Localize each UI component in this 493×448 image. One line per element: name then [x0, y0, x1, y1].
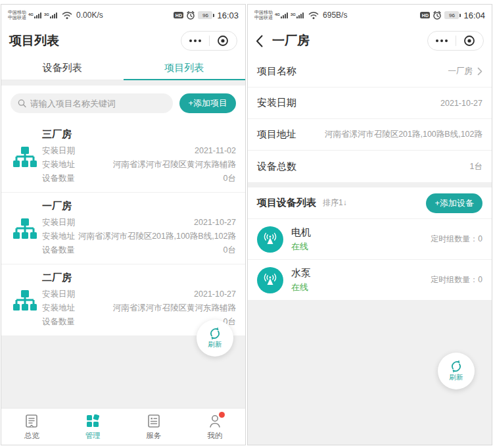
timer-group-count: 定时组数量：0	[431, 274, 482, 286]
nav-item-mine[interactable]: 我的	[184, 409, 245, 445]
alarm-icon	[433, 11, 442, 20]
close-target-icon[interactable]	[210, 32, 237, 50]
tab-project-list[interactable]: 项目列表	[124, 56, 246, 80]
project-name: 二厂房	[42, 272, 236, 284]
broadcast-icon	[257, 226, 283, 253]
device-list-title: 项目设备列表	[257, 197, 316, 209]
page-title: 一厂房	[272, 32, 310, 49]
device-status: 在线	[291, 282, 311, 293]
nav-item-manage[interactable]: 管理	[62, 409, 124, 445]
install-date-label: 安装日期	[42, 144, 75, 158]
broadcast-icon	[257, 267, 283, 293]
address-label: 安装地址	[42, 230, 75, 243]
install-date-label: 安装日期	[42, 287, 75, 301]
divider-band	[248, 182, 492, 187]
project-item[interactable]: 三厂房 安装日期2021-11-02 安装地址河南省漯河市召陵区黄河东路辅路 设…	[1, 121, 245, 193]
signal-4g-icon: 4G	[275, 12, 288, 18]
left-screen: 中国移动 中国联通 4G 3G 0.00K/s HD 96 16:03	[1, 4, 246, 445]
sitemap-icon	[8, 200, 42, 257]
install-date-value: 2021-11-02	[195, 144, 236, 158]
device-item[interactable]: 水泵 在线 定时组数量：0	[248, 260, 492, 301]
device-count-label: 设备数量	[42, 243, 75, 257]
field-device-total: 设备总数 1台	[248, 151, 492, 182]
refresh-button[interactable]: 刷新	[197, 320, 233, 357]
search-box[interactable]	[11, 93, 173, 113]
address-value: 河南省漯河市召陵区黄河东路辅路	[113, 301, 237, 315]
notification-badge	[219, 412, 225, 418]
project-name: 一厂房	[42, 200, 236, 212]
bottom-nav: 总览 管理 服务 我的	[1, 408, 245, 445]
nav-item-overview[interactable]: 总览	[1, 409, 62, 445]
alarm-icon	[186, 11, 195, 20]
signal-3g-icon: 3G	[44, 12, 57, 18]
tab-bar: 设备列表 项目列表	[1, 56, 245, 80]
manage-icon	[86, 413, 99, 429]
install-date-value: 2021-10-27	[194, 216, 236, 230]
device-item[interactable]: 电机 在线 定时组数量：0	[248, 219, 492, 260]
search-input[interactable]	[30, 99, 166, 109]
carrier-names: 中国移动 中国联通	[254, 10, 273, 20]
device-name: 水泵	[291, 267, 311, 280]
search-icon	[18, 99, 26, 108]
device-count-label: 设备数量	[42, 315, 75, 329]
more-icon[interactable]	[428, 32, 456, 50]
battery-icon: 96	[198, 11, 214, 19]
project-item[interactable]: 一厂房 安装日期2021-10-27 安装地址河南省漯河市召陵区201路,100…	[1, 193, 245, 264]
tab-device-list[interactable]: 设备列表	[1, 56, 124, 80]
install-date-value: 2021-10-27	[194, 287, 236, 301]
miniprogram-capsule	[181, 31, 237, 51]
chevron-right-icon	[477, 67, 482, 76]
install-date-label: 安装日期	[42, 216, 75, 230]
person-icon	[208, 413, 222, 429]
refresh-icon	[208, 327, 222, 340]
right-status-bar: 中国移动 中国联通 4G 3G 695B/s HD 96 16:04	[248, 5, 492, 26]
device-list-header: 项目设备列表 排序1↓ +添加设备	[248, 187, 492, 219]
more-icon[interactable]	[181, 32, 209, 50]
sort-control[interactable]: 排序1↓	[323, 197, 347, 209]
nav-item-service[interactable]: 服务	[124, 409, 185, 445]
wifi-icon	[62, 11, 72, 19]
carrier-1: 中国移动	[8, 10, 26, 15]
search-row: +添加项目	[1, 86, 245, 121]
add-project-button[interactable]: +添加项目	[179, 93, 236, 113]
address-label: 安装地址	[42, 158, 75, 172]
close-target-icon[interactable]	[456, 32, 484, 50]
network-speed: 0.00K/s	[76, 11, 103, 20]
divider-band	[1, 80, 245, 86]
clock-time: 16:04	[463, 11, 485, 20]
sitemap-icon	[8, 128, 42, 186]
refresh-label: 刷新	[208, 340, 222, 349]
address-value: 河南省漯河市召陵区黄河东路辅路	[113, 158, 237, 172]
device-status: 在线	[291, 241, 311, 253]
overview-icon	[25, 413, 38, 429]
carrier-1: 中国移动	[254, 10, 273, 15]
hd-icon: HD	[420, 12, 430, 18]
right-screen: 中国移动 中国联通 4G 3G 695B/s HD 96 16:04	[247, 4, 492, 445]
device-name: 电机	[291, 226, 311, 239]
network-speed: 695B/s	[323, 11, 347, 20]
device-count-value: 0台	[223, 243, 236, 257]
device-count-value: 0台	[223, 172, 236, 186]
service-icon	[147, 413, 160, 429]
clock-time: 16:03	[217, 11, 239, 20]
page-title: 项目列表	[9, 32, 59, 49]
add-device-button[interactable]: +添加设备	[426, 193, 482, 213]
back-icon[interactable]	[256, 35, 263, 47]
field-project-name[interactable]: 项目名称 一厂房	[248, 56, 492, 87]
refresh-label: 刷新	[450, 373, 463, 382]
refresh-button[interactable]: 刷新	[438, 353, 475, 389]
address-label: 安装地址	[42, 301, 75, 315]
timer-group-count: 定时组数量：0	[431, 234, 482, 245]
wifi-icon	[308, 11, 319, 19]
field-install-date: 安装日期 2021-10-27	[248, 87, 492, 119]
left-status-bar: 中国移动 中国联通 4G 3G 0.00K/s HD 96 16:03	[1, 5, 245, 26]
field-project-address: 项目地址 河南省漯河市召陵区201路,100路B线,102路	[248, 119, 492, 151]
sitemap-icon	[8, 272, 42, 329]
refresh-icon	[450, 360, 463, 373]
signal-3g-icon: 3G	[291, 12, 304, 18]
carrier-2: 中国联通	[8, 15, 26, 20]
right-nav-bar: 一厂房	[248, 26, 492, 56]
carrier-2: 中国联通	[254, 15, 273, 20]
carrier-names: 中国移动 中国联通	[8, 10, 26, 20]
left-nav-bar: 项目列表	[1, 26, 245, 56]
